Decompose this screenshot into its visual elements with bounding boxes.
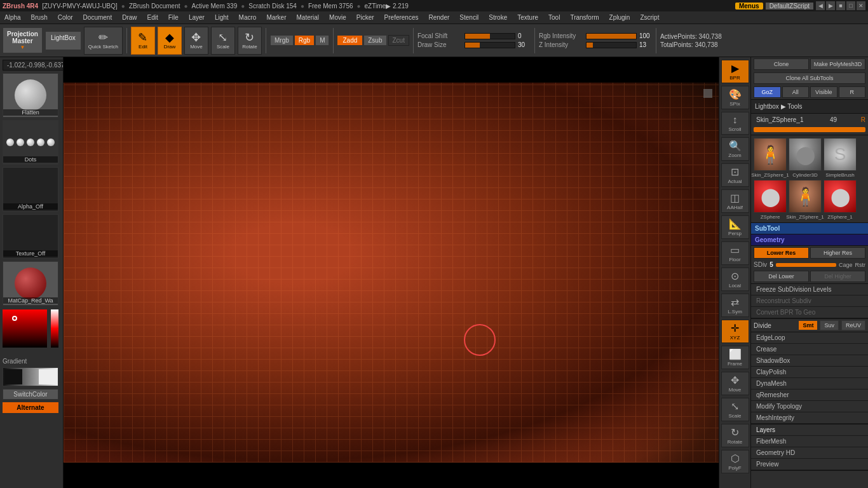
draw-button[interactable]: ◆ Draw: [158, 27, 182, 55]
alpha-off-swatch[interactable]: Alpha_Off: [3, 167, 58, 212]
zoom-button[interactable]: 🔍 Zoom: [721, 137, 749, 161]
reuv-button[interactable]: ReUV: [841, 320, 865, 330]
local-button[interactable]: ⊙ Local: [721, 268, 749, 291]
menu-stencil[interactable]: Stencil: [458, 13, 480, 22]
scale-right-button[interactable]: ⤡ Scale: [721, 398, 749, 421]
persp-button[interactable]: 📐 Persp: [721, 215, 749, 239]
crease-item[interactable]: Crease: [751, 344, 868, 355]
floor-button[interactable]: ▭ Floor: [721, 241, 749, 265]
menu-movie[interactable]: Movie: [327, 13, 348, 22]
flatten-brush[interactable]: Flatten: [3, 73, 58, 118]
all-button[interactable]: All: [782, 86, 810, 98]
lightbox-tools-label[interactable]: Lightbox ▶ Tools: [754, 101, 804, 112]
menu-preferences[interactable]: Preferences: [383, 13, 421, 22]
rotate-button[interactable]: ↻ Rotate: [238, 27, 262, 55]
menu-zscript[interactable]: Zscript: [638, 13, 661, 22]
del-lower-button[interactable]: Del Lower: [754, 271, 809, 282]
sdiv-bar[interactable]: [776, 263, 836, 267]
frame-button[interactable]: ⬜ Frame: [721, 346, 749, 369]
reconstruct-button[interactable]: Reconstruct Subdiv: [751, 295, 868, 307]
menu-zplugin[interactable]: Zplugin: [607, 13, 632, 22]
thumb-skin-zsphere-1[interactable]: 🧍 Skin_ZSphere_1: [754, 138, 787, 178]
clone-button[interactable]: Clone: [754, 58, 809, 70]
claypolish-item[interactable]: ClayPolish: [751, 367, 868, 378]
suv-button[interactable]: Suv: [820, 320, 839, 330]
spix-button[interactable]: 🎨 SPix: [721, 86, 749, 109]
menu-color[interactable]: Color: [56, 13, 75, 22]
thumb-skin-zsphere-2[interactable]: 🧍 Skin_ZSphere_1: [789, 180, 822, 220]
icon-2[interactable]: ▶: [826, 1, 835, 10]
canvas-area[interactable]: [64, 57, 719, 488]
cage-label[interactable]: Cage: [839, 262, 853, 268]
actual-button[interactable]: ⊡ Actual: [721, 163, 749, 187]
meshintegrity-item[interactable]: MeshIntegrity: [751, 412, 868, 424]
lightbox-button[interactable]: LightBox: [45, 31, 81, 50]
3d-viewport[interactable]: [64, 83, 719, 463]
icon-1[interactable]: ◀: [816, 1, 825, 10]
scale-button[interactable]: ⤡ Scale: [211, 27, 235, 55]
m-button[interactable]: M: [315, 35, 329, 46]
menu-light[interactable]: Light: [213, 13, 231, 22]
modify-topology-item[interactable]: Modify Topology: [751, 401, 868, 412]
subtool-header[interactable]: SubTool: [751, 223, 868, 234]
color-gradient[interactable]: [3, 309, 47, 348]
rotate-right-button[interactable]: ↻ Rotate: [721, 424, 749, 447]
move-button[interactable]: ✥ Move: [184, 27, 208, 55]
icon-3[interactable]: ■: [836, 1, 845, 10]
menu-render[interactable]: Render: [427, 13, 452, 22]
menu-alpha[interactable]: Alpha: [3, 13, 23, 22]
menu-material[interactable]: Material: [295, 13, 322, 22]
dynamesh-item[interactable]: DynaMesh: [751, 378, 868, 390]
color-picker[interactable]: [3, 309, 58, 354]
menu-edit[interactable]: Edit: [146, 13, 160, 22]
bpr-button[interactable]: ▶ BPR: [721, 60, 749, 83]
viewport-background[interactable]: [64, 83, 719, 463]
switchcolor-button[interactable]: SwitchColor: [3, 389, 58, 400]
menu-layer[interactable]: Layer: [187, 13, 207, 22]
menu-macro[interactable]: Macro: [237, 13, 259, 22]
menus-button[interactable]: Menus: [735, 3, 763, 10]
zadd-button[interactable]: Zadd: [337, 36, 362, 45]
alternate-button[interactable]: Alternate: [3, 402, 58, 413]
draw-size-slider[interactable]: [465, 42, 515, 48]
thumb-simplebrush[interactable]: S SimpleBrush: [824, 138, 857, 178]
thumb-cylinder3d[interactable]: ⬤ Cylinder3D: [789, 138, 822, 178]
clone-all-subtools-button[interactable]: Clone All SubTools: [754, 72, 865, 84]
goz-button[interactable]: GoZ: [754, 86, 781, 98]
freeze-button[interactable]: Freeze SubDivision Levels: [751, 284, 868, 295]
polyf-button[interactable]: ⬡ PolyF: [721, 450, 749, 473]
thumb-zsphere[interactable]: ⬤ ZSphere: [754, 180, 787, 220]
divide-label[interactable]: Divide: [754, 322, 796, 329]
layers-item[interactable]: Layers: [751, 424, 868, 436]
zsub-button[interactable]: Zsub: [363, 35, 386, 46]
gradient-swatch[interactable]: [3, 367, 58, 386]
zcut-button[interactable]: Zcut: [388, 35, 409, 46]
menu-texture[interactable]: Texture: [515, 13, 540, 22]
menu-file[interactable]: File: [166, 13, 180, 22]
thumb-zsphere-1[interactable]: ⬤ ZSphere_1: [824, 180, 857, 220]
r-button[interactable]: R: [839, 86, 866, 98]
aahalf-button[interactable]: ◫ AAHalf: [721, 189, 749, 213]
edit-button[interactable]: ✎ Edit: [131, 27, 155, 55]
rgb-intensity-slider[interactable]: [586, 33, 637, 39]
hue-strip[interactable]: [51, 309, 58, 348]
move-right-button[interactable]: ✥ Move: [721, 372, 749, 395]
quick-sketch-button[interactable]: ✏ Quick Sketch: [84, 27, 123, 55]
defaultzscript-label[interactable]: DefaultZScript: [766, 3, 813, 10]
rstr-label[interactable]: Rstr: [855, 262, 866, 268]
geometry-hd-item[interactable]: Geometry HD: [751, 447, 868, 459]
menu-document[interactable]: Document: [81, 13, 114, 22]
visible-button[interactable]: Visible: [810, 86, 837, 98]
menu-draw[interactable]: Draw: [120, 13, 139, 22]
dots-brush[interactable]: Dots: [3, 120, 58, 165]
lsym-button[interactable]: ⇄ L.Sym: [721, 294, 749, 317]
shadowbox-item[interactable]: ShadowBox: [751, 355, 868, 367]
xyz-button[interactable]: ✛ XYZ: [721, 320, 749, 343]
scroll-button[interactable]: ↕ Scroll: [721, 112, 749, 135]
close-icon[interactable]: ✕: [857, 1, 865, 10]
fibermesh-item[interactable]: FiberMesh: [751, 436, 868, 447]
mrgb-button[interactable]: Mrgb: [270, 35, 294, 46]
menu-stroke[interactable]: Stroke: [487, 13, 509, 22]
del-higher-button[interactable]: Del Higher: [810, 271, 865, 282]
menu-picker[interactable]: Picker: [355, 13, 376, 22]
